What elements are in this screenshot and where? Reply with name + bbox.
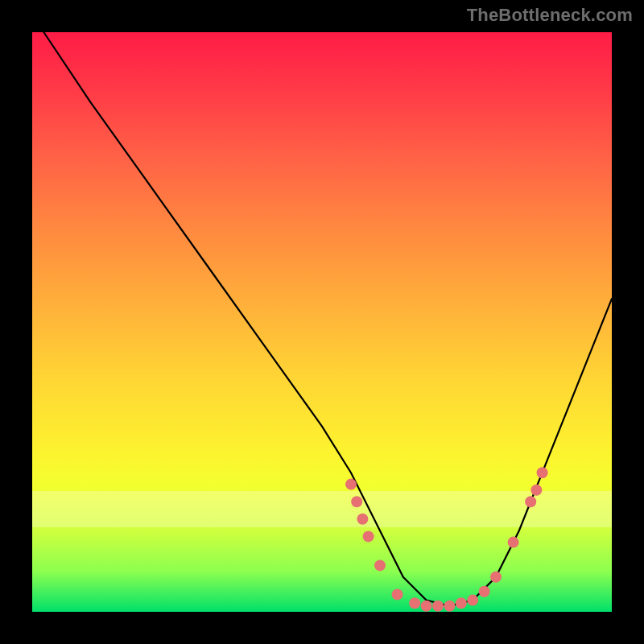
data-point (444, 601, 455, 612)
watermark-text: TheBottleneck.com (467, 5, 633, 26)
data-point (421, 601, 432, 612)
data-point (345, 479, 357, 490)
data-point (456, 597, 467, 609)
data-point (508, 537, 519, 548)
data-point (363, 530, 374, 542)
data-point (530, 485, 542, 496)
data-point (432, 601, 444, 612)
data-points-group (345, 467, 548, 612)
chart-frame: TheBottleneck.com (0, 0, 644, 644)
data-point (374, 559, 386, 571)
data-point (351, 496, 362, 507)
data-point (537, 467, 548, 478)
data-point (467, 595, 478, 606)
data-point (392, 588, 403, 600)
data-point (525, 496, 536, 507)
bottleneck-curve (43, 32, 612, 606)
data-point (357, 514, 368, 525)
data-point (490, 572, 502, 583)
curve-layer (32, 32, 612, 612)
data-point (409, 597, 420, 609)
data-point (479, 586, 490, 597)
